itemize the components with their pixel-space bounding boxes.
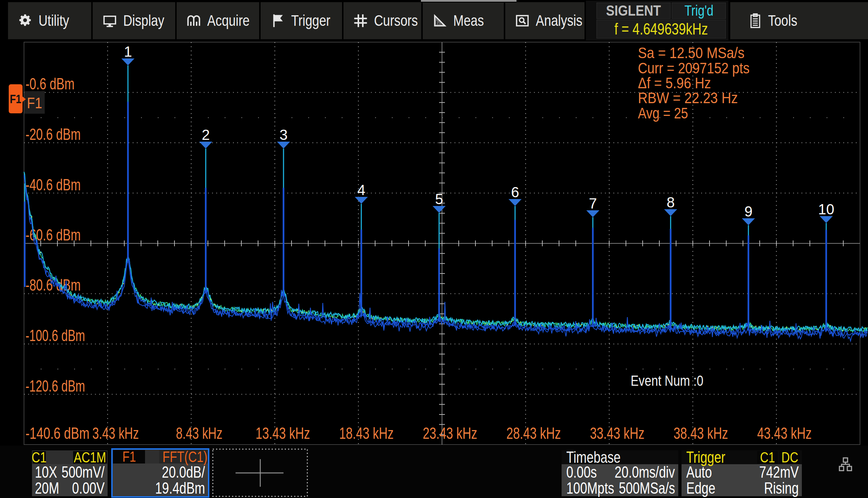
svg-text:10: 10 bbox=[818, 201, 835, 217]
svg-text:6: 6 bbox=[511, 184, 519, 200]
svg-text:1: 1 bbox=[124, 44, 132, 60]
svg-text:Event Num :0: Event Num :0 bbox=[631, 373, 703, 389]
svg-text:8: 8 bbox=[667, 194, 675, 210]
svg-text:4: 4 bbox=[357, 182, 365, 198]
svg-text:-20.6 dBm: -20.6 dBm bbox=[25, 125, 81, 143]
svg-text:43.43 kHz: 43.43 kHz bbox=[757, 424, 812, 442]
svg-text:Δf = 5.96 Hz: Δf = 5.96 Hz bbox=[638, 74, 711, 92]
svg-text:-0.6 dBm: -0.6 dBm bbox=[25, 75, 75, 93]
svg-text:-100.6 dBm: -100.6 dBm bbox=[25, 327, 85, 344]
svg-text:-120.6 dBm: -120.6 dBm bbox=[25, 377, 85, 395]
svg-text:F1: F1 bbox=[27, 94, 42, 112]
svg-text:23.43 kHz: 23.43 kHz bbox=[423, 424, 477, 442]
svg-text:2: 2 bbox=[202, 127, 210, 143]
svg-text:18.43 kHz: 18.43 kHz bbox=[339, 424, 394, 442]
svg-text:-140.6 dBm: -140.6 dBm bbox=[25, 424, 89, 442]
svg-text:33.43 kHz: 33.43 kHz bbox=[590, 424, 644, 442]
svg-text:Curr = 2097152 pts: Curr = 2097152 pts bbox=[638, 60, 750, 77]
svg-text:9: 9 bbox=[744, 203, 752, 219]
svg-text:Avg = 25: Avg = 25 bbox=[638, 105, 688, 122]
svg-text:28.43 kHz: 28.43 kHz bbox=[506, 424, 561, 442]
svg-text:RBW = 22.23 Hz: RBW = 22.23 Hz bbox=[638, 89, 738, 106]
svg-text:38.43 kHz: 38.43 kHz bbox=[674, 424, 728, 442]
svg-text:-40.6 dBm: -40.6 dBm bbox=[25, 176, 81, 194]
svg-text:Sa = 12.50 MSa/s: Sa = 12.50 MSa/s bbox=[638, 44, 744, 61]
svg-text:3: 3 bbox=[280, 127, 288, 143]
svg-text:13.43 kHz: 13.43 kHz bbox=[256, 424, 310, 442]
svg-text:8.43 kHz: 8.43 kHz bbox=[176, 424, 222, 442]
svg-text:7: 7 bbox=[589, 195, 597, 211]
svg-text:3.43 kHz: 3.43 kHz bbox=[92, 424, 139, 442]
svg-text:5: 5 bbox=[435, 191, 443, 207]
